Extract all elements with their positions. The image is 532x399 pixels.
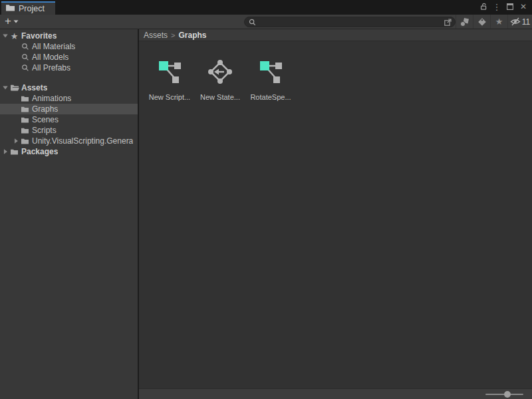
tab-bar: Project ⋮ ✕	[0, 0, 532, 15]
folder-icon	[5, 3, 15, 14]
asset-label: RotateSpe...	[250, 93, 291, 101]
star-icon: ★	[9, 31, 19, 41]
search-by-type-button[interactable]	[456, 15, 473, 29]
sidebar-item-all-prefabs[interactable]: All Prefabs	[0, 63, 138, 73]
breadcrumb-separator-icon: >	[171, 31, 175, 39]
slider-knob[interactable]	[504, 391, 511, 398]
script-graph-icon	[257, 59, 284, 85]
sidebar-item-all-materials[interactable]: All Materials	[0, 41, 138, 52]
close-icon[interactable]: ✕	[518, 1, 529, 12]
sidebar-item-assets[interactable]: Assets	[0, 82, 138, 93]
status-bar	[139, 388, 532, 399]
favorites-toggle-button[interactable]: ★	[490, 15, 507, 29]
hidden-count: 11	[522, 17, 530, 27]
plus-icon: +	[5, 15, 11, 27]
folder-icon	[20, 126, 30, 135]
create-add-button[interactable]: +	[0, 15, 23, 29]
caret-collapsed-icon[interactable]	[1, 148, 9, 155]
icon-size-slider[interactable]	[485, 390, 523, 398]
tag-icon	[477, 17, 487, 27]
breadcrumb-assets[interactable]: Assets	[144, 31, 168, 40]
folder-icon	[20, 115, 30, 124]
asset-label: New Script...	[149, 93, 190, 101]
project-window: Project ⋮ ✕ +	[0, 0, 532, 399]
breadcrumb: Assets > Graphs	[139, 29, 532, 41]
folder-tree-sidebar: ★ Favorites All Materials All Models A	[0, 29, 138, 399]
tree-section-gap	[0, 73, 138, 82]
asset-grid: New Script... New State...	[139, 41, 532, 388]
folder-icon	[20, 104, 30, 114]
sidebar-item-packages[interactable]: Packages	[0, 146, 138, 157]
maximize-icon[interactable]	[505, 1, 515, 12]
breadcrumb-graphs[interactable]: Graphs	[178, 31, 206, 40]
sidebar-item-favorites[interactable]: ★ Favorites	[0, 31, 138, 41]
unlock-icon[interactable]	[478, 1, 489, 12]
asset-item-new-script[interactable]: New Script...	[144, 59, 195, 101]
asset-item-new-state[interactable]: New State...	[195, 59, 245, 101]
toolbar-filter-buttons: ★ 11	[456, 15, 532, 29]
project-toolbar: +	[0, 15, 532, 29]
saved-search-icon	[20, 63, 30, 72]
folder-icon	[20, 94, 30, 103]
main-split: ★ Favorites All Materials All Models A	[0, 29, 532, 399]
open-search-window-icon[interactable]	[444, 18, 452, 27]
sidebar-item-animations[interactable]: Animations	[0, 93, 138, 104]
sidebar-item-visualscripting-generated[interactable]: Unity.VisualScripting.Genera	[0, 136, 138, 146]
tab-label: Project	[19, 4, 45, 13]
chevron-down-icon	[13, 20, 19, 23]
state-graph-icon	[207, 59, 233, 85]
script-graph-icon	[156, 59, 183, 85]
saved-search-icon	[20, 53, 30, 62]
folder-open-icon	[9, 83, 19, 92]
sidebar-item-all-models[interactable]: All Models	[0, 52, 138, 63]
search-icon	[249, 19, 256, 26]
eye-slash-icon	[510, 17, 521, 26]
search-by-label-button[interactable]	[473, 15, 490, 29]
asset-item-rotatespeed[interactable]: RotateSpe...	[245, 59, 296, 101]
search-by-type-icon	[460, 17, 470, 27]
star-icon: ★	[495, 17, 503, 26]
asset-browser-panel: Assets > Graphs New Script...	[139, 29, 532, 399]
hidden-packages-button[interactable]: 11	[507, 15, 532, 29]
tab-project[interactable]: Project	[1, 1, 55, 15]
sidebar-item-scenes[interactable]: Scenes	[0, 114, 138, 125]
caret-expanded-icon[interactable]	[1, 84, 9, 91]
asset-label: New State...	[200, 93, 240, 101]
kebab-menu-icon[interactable]: ⋮	[491, 1, 502, 12]
caret-expanded-icon[interactable]	[1, 33, 9, 39]
sidebar-item-graphs[interactable]: Graphs	[0, 104, 138, 114]
sidebar-item-scripts[interactable]: Scripts	[0, 125, 138, 136]
caret-collapsed-icon[interactable]	[12, 138, 20, 144]
window-controls: ⋮ ✕	[478, 0, 529, 13]
folder-icon	[9, 147, 19, 156]
saved-search-icon	[20, 42, 30, 51]
search-field[interactable]	[244, 17, 456, 27]
search-input[interactable]	[256, 18, 444, 27]
folder-icon	[20, 136, 30, 146]
